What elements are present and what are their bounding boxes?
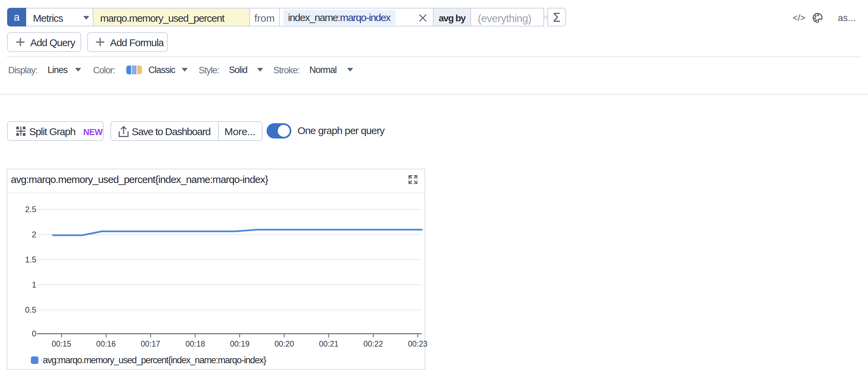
svg-text:2: 2 [32,230,36,239]
svg-text:00:23: 00:23 [408,339,428,348]
svg-text:00:19: 00:19 [230,339,250,348]
svg-text:00:21: 00:21 [319,339,339,348]
svg-text:1.5: 1.5 [25,255,36,264]
svg-text:00:22: 00:22 [363,339,383,348]
svg-text:00:16: 00:16 [96,339,116,348]
svg-text:00:18: 00:18 [185,339,205,348]
svg-text:1: 1 [32,280,36,289]
svg-text:0.5: 0.5 [25,305,36,314]
svg-text:2.5: 2.5 [25,205,36,214]
svg-text:0: 0 [32,329,36,338]
svg-text:00:20: 00:20 [274,339,294,348]
svg-text:00:15: 00:15 [52,339,71,348]
svg-text:00:17: 00:17 [141,339,160,348]
